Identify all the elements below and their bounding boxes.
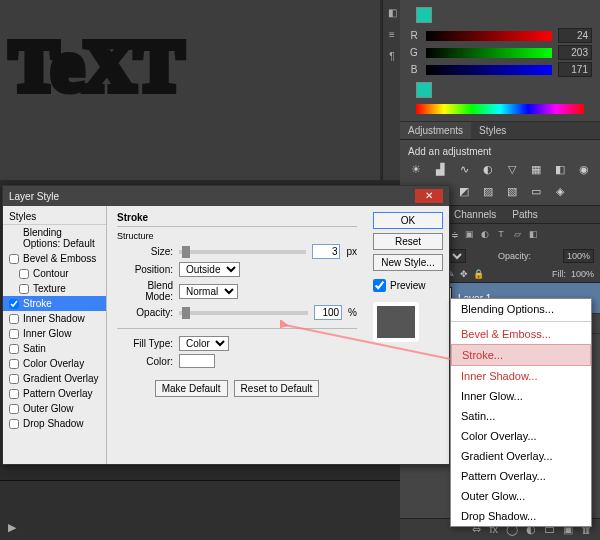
bw-icon[interactable]: ◧ <box>552 163 568 177</box>
menu-color-overlay[interactable]: Color Overlay... <box>451 426 591 446</box>
g-slider[interactable] <box>426 48 552 58</box>
color-overlay-checkbox[interactable] <box>9 359 19 369</box>
menu-inner-glow[interactable]: Inner Glow... <box>451 386 591 406</box>
make-default-button[interactable]: Make Default <box>155 380 228 397</box>
filter-pixel-icon[interactable]: ▣ <box>463 229 475 241</box>
reset-default-button[interactable]: Reset to Default <box>234 380 320 397</box>
position-label: Position: <box>117 264 173 275</box>
gradient-overlay-checkbox[interactable] <box>9 374 19 384</box>
opacity-input[interactable] <box>314 305 342 320</box>
style-stroke[interactable]: Stroke <box>3 296 106 311</box>
pattern-overlay-checkbox[interactable] <box>9 389 19 399</box>
inner-shadow-checkbox[interactable] <box>9 314 19 324</box>
style-gradient-overlay[interactable]: Gradient Overlay <box>3 371 106 386</box>
style-pattern-overlay[interactable]: Pattern Overlay <box>3 386 106 401</box>
filter-smart-icon[interactable]: ◧ <box>527 229 539 241</box>
play-icon[interactable]: ▶ <box>8 521 16 534</box>
lock-position-icon[interactable]: ✥ <box>460 269 468 279</box>
position-select[interactable]: Outside <box>179 262 240 277</box>
g-value[interactable]: 203 <box>558 45 592 60</box>
kind-sep: ≑ <box>451 230 459 240</box>
opacity-value[interactable]: 100% <box>563 249 594 263</box>
levels-icon[interactable]: ▟ <box>432 163 448 177</box>
selective-color-icon[interactable]: ◈ <box>552 185 568 199</box>
inner-glow-checkbox[interactable] <box>9 329 19 339</box>
threshold-icon[interactable]: ▧ <box>504 185 520 199</box>
canvas[interactable]: TeXT <box>0 0 380 180</box>
menu-stroke[interactable]: Stroke... <box>451 344 591 366</box>
drop-shadow-checkbox[interactable] <box>9 419 19 429</box>
tool-icon[interactable]: ◧ <box>383 4 401 22</box>
reset-button[interactable]: Reset <box>373 233 443 250</box>
tool-icon[interactable]: ¶ <box>383 48 401 66</box>
preview-checkbox[interactable] <box>373 279 386 292</box>
menu-drop-shadow[interactable]: Drop Shadow... <box>451 506 591 526</box>
color-well[interactable] <box>179 354 215 368</box>
b-slider[interactable] <box>426 65 552 75</box>
menu-satin[interactable]: Satin... <box>451 406 591 426</box>
r-value[interactable]: 24 <box>558 28 592 43</box>
dialog-titlebar[interactable]: Layer Style ✕ <box>3 186 449 206</box>
size-slider[interactable] <box>179 250 306 254</box>
b-value[interactable]: 171 <box>558 62 592 77</box>
canvas-text-art: TeXT <box>10 25 183 108</box>
style-bevel[interactable]: Bevel & Emboss <box>3 251 106 266</box>
filter-type-icon[interactable]: T <box>495 229 507 241</box>
curves-icon[interactable]: ∿ <box>456 163 472 177</box>
contour-checkbox[interactable] <box>19 269 29 279</box>
tab-styles[interactable]: Styles <box>471 122 514 139</box>
texture-checkbox[interactable] <box>19 284 29 294</box>
hue-strip[interactable] <box>416 104 584 114</box>
tab-paths[interactable]: Paths <box>504 206 546 223</box>
r-slider[interactable] <box>426 31 552 41</box>
style-texture[interactable]: Texture <box>3 281 106 296</box>
style-drop-shadow[interactable]: Drop Shadow <box>3 416 106 431</box>
posterize-icon[interactable]: ▨ <box>480 185 496 199</box>
vibrance-icon[interactable]: ▽ <box>504 163 520 177</box>
menu-gradient-overlay[interactable]: Gradient Overlay... <box>451 446 591 466</box>
photo-filter-icon[interactable]: ◉ <box>576 163 592 177</box>
blendmode-select[interactable]: Normal <box>179 284 238 299</box>
fill-value[interactable]: 100% <box>571 269 594 279</box>
exposure-icon[interactable]: ◐ <box>480 163 496 177</box>
gradient-map-icon[interactable]: ▭ <box>528 185 544 199</box>
style-outer-glow[interactable]: Outer Glow <box>3 401 106 416</box>
blending-options-row[interactable]: Blending Options: Default <box>3 225 106 251</box>
satin-checkbox[interactable] <box>9 344 19 354</box>
stroke-checkbox[interactable] <box>9 299 19 309</box>
layer-style-context-menu: Blending Options... Bevel & Emboss... St… <box>450 298 592 527</box>
outer-glow-checkbox[interactable] <box>9 404 19 414</box>
menu-inner-shadow[interactable]: Inner Shadow... <box>451 366 591 386</box>
brightness-icon[interactable]: ☀ <box>408 163 424 177</box>
style-color-overlay[interactable]: Color Overlay <box>3 356 106 371</box>
filter-shape-icon[interactable]: ▱ <box>511 229 523 241</box>
adjustments-title: Add an adjustment <box>408 146 592 157</box>
styles-header[interactable]: Styles <box>3 209 106 225</box>
filter-adjust-icon[interactable]: ◐ <box>479 229 491 241</box>
menu-outer-glow[interactable]: Outer Glow... <box>451 486 591 506</box>
filltype-select[interactable]: Color <box>179 336 229 351</box>
tab-channels[interactable]: Channels <box>446 206 504 223</box>
style-inner-glow[interactable]: Inner Glow <box>3 326 106 341</box>
menu-blending-options[interactable]: Blending Options... <box>451 299 591 319</box>
style-contour[interactable]: Contour <box>3 266 106 281</box>
ok-button[interactable]: OK <box>373 212 443 229</box>
menu-bevel-emboss[interactable]: Bevel & Emboss... <box>451 324 591 344</box>
style-satin[interactable]: Satin <box>3 341 106 356</box>
style-inner-shadow[interactable]: Inner Shadow <box>3 311 106 326</box>
g-label: G <box>408 47 420 58</box>
new-style-button[interactable]: New Style... <box>373 254 443 271</box>
invert-icon[interactable]: ◩ <box>456 185 472 199</box>
lock-all-icon[interactable]: 🔒 <box>473 269 484 279</box>
bevel-checkbox[interactable] <box>9 254 19 264</box>
menu-pattern-overlay[interactable]: Pattern Overlay... <box>451 466 591 486</box>
size-input[interactable] <box>312 244 340 259</box>
hue-icon[interactable]: ▦ <box>528 163 544 177</box>
foreground-swatch[interactable] <box>416 7 432 23</box>
opacity-slider[interactable] <box>179 311 308 315</box>
tab-adjustments[interactable]: Adjustments <box>400 122 471 139</box>
secondary-swatch[interactable] <box>416 82 432 98</box>
close-icon[interactable]: ✕ <box>415 189 443 203</box>
blendmode-label: Blend Mode: <box>117 280 173 302</box>
tool-icon[interactable]: ≡ <box>383 26 401 44</box>
